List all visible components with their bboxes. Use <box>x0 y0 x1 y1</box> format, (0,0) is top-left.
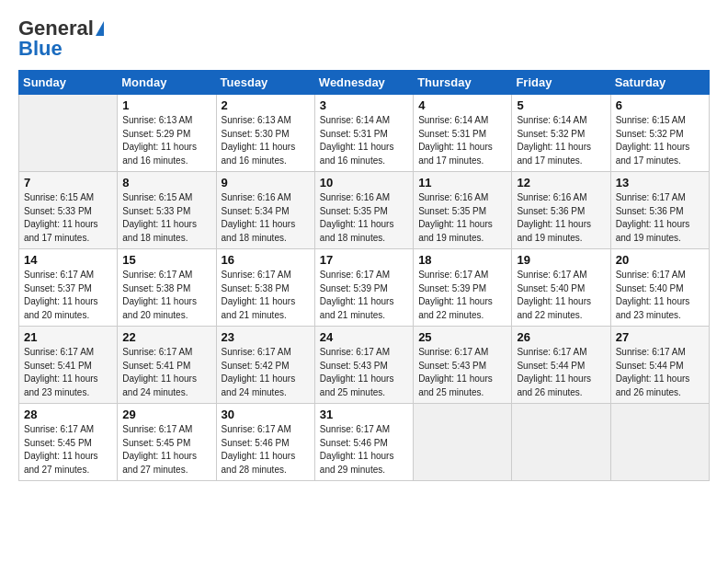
header-cell-wednesday: Wednesday <box>314 71 413 95</box>
day-info: Sunrise: 6:15 AMSunset: 5:33 PMDaylight:… <box>122 191 210 245</box>
day-info: Sunrise: 6:17 AMSunset: 5:45 PMDaylight:… <box>122 423 210 477</box>
calendar-cell: 24Sunrise: 6:17 AMSunset: 5:43 PMDayligh… <box>314 327 413 404</box>
calendar-cell: 15Sunrise: 6:17 AMSunset: 5:38 PMDayligh… <box>118 249 216 327</box>
calendar-cell: 6Sunrise: 6:15 AMSunset: 5:32 PMDaylight… <box>610 95 709 172</box>
calendar-cell: 29Sunrise: 6:17 AMSunset: 5:45 PMDayligh… <box>118 404 216 481</box>
day-number: 6 <box>616 98 704 112</box>
day-info: Sunrise: 6:16 AMSunset: 5:35 PMDaylight:… <box>418 191 506 245</box>
calendar-cell: 26Sunrise: 6:17 AMSunset: 5:44 PMDayligh… <box>512 327 610 404</box>
day-number: 12 <box>517 176 605 190</box>
logo: General Blue <box>18 17 104 61</box>
week-row-1: 1Sunrise: 6:13 AMSunset: 5:29 PMDaylight… <box>19 95 710 172</box>
logo-blue: Blue <box>18 37 63 61</box>
calendar-cell: 5Sunrise: 6:14 AMSunset: 5:32 PMDaylight… <box>512 95 610 172</box>
day-number: 2 <box>222 98 310 112</box>
calendar-body: 1Sunrise: 6:13 AMSunset: 5:29 PMDaylight… <box>19 95 710 481</box>
day-number: 30 <box>222 408 310 421</box>
calendar-cell: 16Sunrise: 6:17 AMSunset: 5:38 PMDayligh… <box>216 249 314 327</box>
day-number: 22 <box>122 330 210 344</box>
header-cell-thursday: Thursday <box>414 71 512 95</box>
calendar-table: SundayMondayTuesdayWednesdayThursdayFrid… <box>18 70 710 481</box>
calendar-cell: 25Sunrise: 6:17 AMSunset: 5:43 PMDayligh… <box>414 327 512 404</box>
day-info: Sunrise: 6:17 AMSunset: 5:44 PMDaylight:… <box>616 346 704 399</box>
week-row-2: 7Sunrise: 6:15 AMSunset: 5:33 PMDaylight… <box>19 172 710 249</box>
calendar-cell <box>512 404 610 481</box>
day-number: 4 <box>418 98 506 112</box>
day-info: Sunrise: 6:17 AMSunset: 5:43 PMDaylight:… <box>418 346 506 399</box>
day-info: Sunrise: 6:17 AMSunset: 5:39 PMDaylight:… <box>418 269 506 322</box>
day-info: Sunrise: 6:17 AMSunset: 5:40 PMDaylight:… <box>517 269 605 322</box>
day-number: 21 <box>24 330 112 344</box>
day-number: 25 <box>418 330 506 344</box>
logo-triangle-icon <box>96 21 104 36</box>
day-info: Sunrise: 6:17 AMSunset: 5:46 PMDaylight:… <box>320 423 408 477</box>
calendar-cell: 31Sunrise: 6:17 AMSunset: 5:46 PMDayligh… <box>314 404 413 481</box>
calendar-cell <box>610 404 709 481</box>
day-info: Sunrise: 6:17 AMSunset: 5:39 PMDaylight:… <box>320 269 408 322</box>
header: General Blue <box>18 17 710 61</box>
calendar-cell: 22Sunrise: 6:17 AMSunset: 5:41 PMDayligh… <box>118 327 216 404</box>
day-info: Sunrise: 6:17 AMSunset: 5:41 PMDaylight:… <box>122 346 210 399</box>
day-info: Sunrise: 6:14 AMSunset: 5:32 PMDaylight:… <box>517 114 605 167</box>
header-cell-monday: Monday <box>118 71 216 95</box>
day-number: 24 <box>320 330 408 344</box>
day-info: Sunrise: 6:16 AMSunset: 5:34 PMDaylight:… <box>222 191 310 245</box>
day-number: 10 <box>320 176 408 190</box>
calendar-cell: 20Sunrise: 6:17 AMSunset: 5:40 PMDayligh… <box>610 249 709 327</box>
calendar-cell <box>414 404 512 481</box>
day-number: 28 <box>24 408 112 421</box>
day-info: Sunrise: 6:14 AMSunset: 5:31 PMDaylight:… <box>418 114 506 167</box>
day-number: 16 <box>222 253 310 267</box>
calendar-cell: 28Sunrise: 6:17 AMSunset: 5:45 PMDayligh… <box>19 404 118 481</box>
day-info: Sunrise: 6:17 AMSunset: 5:44 PMDaylight:… <box>517 346 605 399</box>
week-row-4: 21Sunrise: 6:17 AMSunset: 5:41 PMDayligh… <box>19 327 710 404</box>
day-info: Sunrise: 6:16 AMSunset: 5:35 PMDaylight:… <box>320 191 408 245</box>
day-number: 17 <box>320 253 408 267</box>
calendar-cell: 3Sunrise: 6:14 AMSunset: 5:31 PMDaylight… <box>314 95 413 172</box>
day-info: Sunrise: 6:13 AMSunset: 5:29 PMDaylight:… <box>122 114 210 167</box>
day-number: 1 <box>122 98 210 112</box>
calendar-cell: 11Sunrise: 6:16 AMSunset: 5:35 PMDayligh… <box>414 172 512 249</box>
day-number: 18 <box>418 253 506 267</box>
calendar-cell: 19Sunrise: 6:17 AMSunset: 5:40 PMDayligh… <box>512 249 610 327</box>
calendar-cell: 2Sunrise: 6:13 AMSunset: 5:30 PMDaylight… <box>216 95 314 172</box>
header-cell-sunday: Sunday <box>19 71 118 95</box>
day-info: Sunrise: 6:13 AMSunset: 5:30 PMDaylight:… <box>222 114 310 167</box>
calendar-header-row: SundayMondayTuesdayWednesdayThursdayFrid… <box>19 71 710 95</box>
day-info: Sunrise: 6:16 AMSunset: 5:36 PMDaylight:… <box>517 191 605 245</box>
day-number: 27 <box>616 330 704 344</box>
day-number: 29 <box>122 408 210 421</box>
calendar-cell: 14Sunrise: 6:17 AMSunset: 5:37 PMDayligh… <box>19 249 118 327</box>
calendar-cell: 23Sunrise: 6:17 AMSunset: 5:42 PMDayligh… <box>216 327 314 404</box>
calendar-cell: 21Sunrise: 6:17 AMSunset: 5:41 PMDayligh… <box>19 327 118 404</box>
calendar-cell: 1Sunrise: 6:13 AMSunset: 5:29 PMDaylight… <box>118 95 216 172</box>
day-number: 23 <box>222 330 310 344</box>
day-number: 13 <box>616 176 704 190</box>
calendar-cell: 12Sunrise: 6:16 AMSunset: 5:36 PMDayligh… <box>512 172 610 249</box>
calendar-cell: 4Sunrise: 6:14 AMSunset: 5:31 PMDaylight… <box>414 95 512 172</box>
day-info: Sunrise: 6:14 AMSunset: 5:31 PMDaylight:… <box>320 114 408 167</box>
day-number: 11 <box>418 176 506 190</box>
day-info: Sunrise: 6:17 AMSunset: 5:40 PMDaylight:… <box>616 269 704 322</box>
calendar-cell: 9Sunrise: 6:16 AMSunset: 5:34 PMDaylight… <box>216 172 314 249</box>
day-number: 5 <box>517 98 605 112</box>
page: General Blue SundayMondayTuesdayWednesda… <box>0 0 728 563</box>
calendar-cell: 18Sunrise: 6:17 AMSunset: 5:39 PMDayligh… <box>414 249 512 327</box>
day-number: 20 <box>616 253 704 267</box>
calendar-cell <box>19 95 118 172</box>
day-number: 7 <box>24 176 112 190</box>
day-number: 9 <box>222 176 310 190</box>
calendar-cell: 13Sunrise: 6:17 AMSunset: 5:36 PMDayligh… <box>610 172 709 249</box>
day-info: Sunrise: 6:17 AMSunset: 5:36 PMDaylight:… <box>616 191 704 245</box>
calendar-cell: 27Sunrise: 6:17 AMSunset: 5:44 PMDayligh… <box>610 327 709 404</box>
header-cell-friday: Friday <box>512 71 610 95</box>
calendar-cell: 8Sunrise: 6:15 AMSunset: 5:33 PMDaylight… <box>118 172 216 249</box>
day-info: Sunrise: 6:17 AMSunset: 5:38 PMDaylight:… <box>122 269 210 322</box>
day-info: Sunrise: 6:17 AMSunset: 5:46 PMDaylight:… <box>222 423 310 477</box>
day-info: Sunrise: 6:17 AMSunset: 5:42 PMDaylight:… <box>222 346 310 399</box>
day-number: 15 <box>122 253 210 267</box>
day-number: 8 <box>122 176 210 190</box>
day-info: Sunrise: 6:17 AMSunset: 5:45 PMDaylight:… <box>24 423 112 477</box>
day-info: Sunrise: 6:15 AMSunset: 5:33 PMDaylight:… <box>24 191 112 245</box>
calendar-cell: 30Sunrise: 6:17 AMSunset: 5:46 PMDayligh… <box>216 404 314 481</box>
